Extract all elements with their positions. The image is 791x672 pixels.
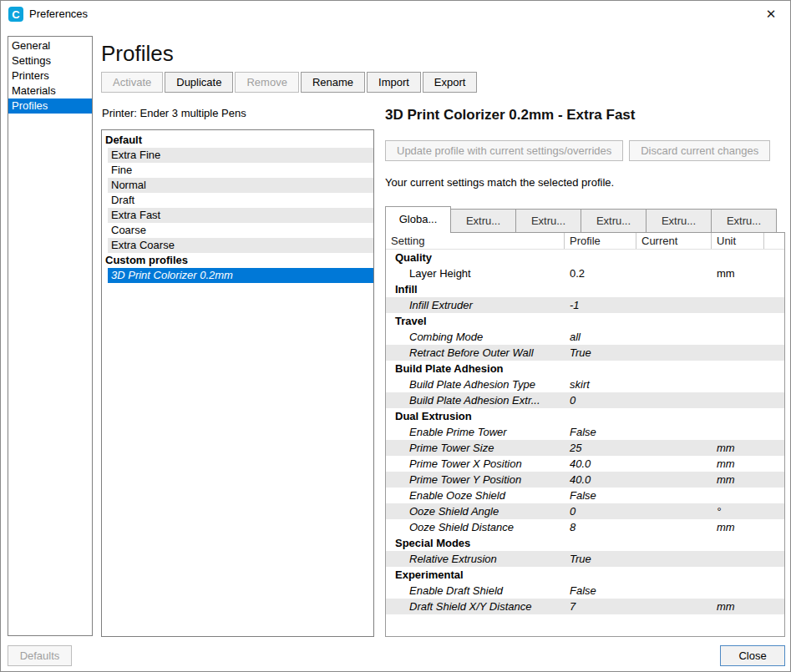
profile-list-item[interactable]: Draft	[108, 193, 373, 208]
setting-name-cell: Retract Before Outer Wall	[386, 345, 565, 361]
settings-row: Retract Before Outer Wall True	[386, 345, 784, 361]
profile-value: 0.2	[570, 267, 585, 280]
column-header-label: Profile	[570, 235, 601, 247]
current-value-cell	[636, 567, 712, 583]
setting-name: Enable Ooze Shield	[409, 489, 505, 502]
settings-row: Infill Extruder -1	[386, 297, 784, 313]
settings-row: Special Modes	[386, 535, 784, 551]
current-value-cell	[636, 297, 712, 313]
profile-value: 40.0	[570, 473, 591, 486]
extruder-tab[interactable]: Extru...	[711, 209, 777, 233]
sidebar-item[interactable]: Materials	[8, 83, 92, 99]
sidebar-item[interactable]: Profiles	[8, 99, 92, 114]
unit-cell	[712, 329, 764, 345]
spacer-cell	[764, 472, 784, 488]
titlebar: C Preferences ✕	[1, 1, 790, 28]
profile-value-cell	[565, 408, 636, 424]
current-value-cell	[636, 345, 712, 361]
profile-value-cell	[565, 313, 636, 329]
setting-name-cell: Build Plate Adhesion Type	[386, 376, 565, 392]
profile-list-item[interactable]: Extra Fast	[108, 208, 373, 223]
profile-list-item[interactable]: Extra Fine	[108, 148, 373, 163]
profile-list-item[interactable]: Custom profiles	[102, 253, 373, 268]
unit-cell	[712, 345, 764, 361]
sidebar-item[interactable]: Settings	[8, 53, 92, 68]
current-value-cell	[636, 456, 712, 472]
toolbar-button[interactable]: Import	[367, 72, 421, 93]
preferences-window: C Preferences ✕ General Settings Printer…	[0, 0, 791, 672]
close-button[interactable]: Close	[720, 645, 785, 666]
profile-list-item[interactable]: Default	[102, 133, 373, 148]
spacer-cell	[764, 424, 784, 440]
unit-cell	[712, 297, 764, 313]
toolbar-button[interactable]: Rename	[301, 72, 365, 93]
extruder-tab-label: Extru...	[727, 215, 761, 227]
extruder-tab-label: Extru...	[531, 215, 565, 227]
profile-value-cell: 0.2	[565, 265, 636, 281]
setting-name: Relative Extrusion	[409, 553, 497, 565]
detail-action-button[interactable]: Update profile with current settings/ove…	[385, 140, 623, 161]
extruder-tab-label: Extru...	[662, 215, 696, 227]
profile-list-item-label: Fine	[111, 164, 132, 176]
profile-value-cell	[565, 250, 636, 265]
profile-list-item-label: Extra Fast	[111, 209, 160, 221]
unit-cell	[712, 488, 764, 503]
setting-name: Special Modes	[395, 537, 470, 549]
setting-name: Infill Extruder	[409, 299, 473, 311]
spacer-cell	[764, 313, 784, 329]
profile-list-item[interactable]: 3D Print Colorizer 0.2mm	[108, 268, 373, 283]
current-value-cell	[636, 535, 712, 551]
profile-value-cell: 40.0	[565, 472, 636, 488]
toolbar-button[interactable]: Export	[423, 72, 478, 93]
unit-value: °	[717, 505, 721, 518]
settings-row: Dual Extrusion	[386, 408, 784, 424]
setting-name-cell: Travel	[386, 313, 565, 329]
extruder-tab[interactable]: Extru...	[515, 209, 581, 233]
sidebar-item[interactable]: General	[8, 38, 92, 53]
settings-table-body: Quality Layer Height 0.2 mm Infill	[386, 250, 784, 614]
extruder-tab[interactable]: Globa...	[385, 206, 451, 233]
unit-value: mm	[717, 600, 735, 613]
profile-detail-title: 3D Print Colorizer 0.2mm - Extra Fast	[385, 107, 635, 124]
profile-list-item-label: Default	[105, 134, 142, 146]
detail-action-button[interactable]: Discard current changes	[629, 140, 770, 161]
profile-list-item-label: Draft	[111, 194, 134, 206]
unit-value: mm	[717, 521, 735, 533]
profile-list-item-label: Coarse	[111, 224, 146, 236]
defaults-button[interactable]: Defaults	[8, 645, 72, 666]
settings-row: Prime Tower Y Position 40.0 mm	[386, 472, 784, 488]
page-title: Profiles	[101, 41, 174, 67]
profile-list-item[interactable]: Fine	[108, 163, 373, 178]
unit-cell	[712, 424, 764, 440]
unit-cell	[712, 583, 764, 599]
setting-name: Travel	[395, 315, 427, 327]
sidebar-item[interactable]: Printers	[8, 68, 92, 83]
extruder-tab[interactable]: Extru...	[581, 209, 646, 233]
current-value-cell	[636, 488, 712, 503]
setting-name: Build Plate Adhesion Type	[409, 378, 535, 391]
profile-value-cell	[565, 535, 636, 551]
profile-value-cell: 0	[565, 503, 636, 519]
profile-list-item[interactable]: Extra Coarse	[108, 238, 373, 253]
toolbar-button[interactable]: Duplicate	[165, 72, 233, 93]
current-value-cell	[636, 281, 712, 297]
extruder-tab[interactable]: Extru...	[646, 209, 712, 233]
profile-value-cell: True	[565, 551, 636, 567]
extruder-tab[interactable]: Extru...	[450, 209, 516, 233]
profile-value-cell: 40.0	[565, 456, 636, 472]
cura-logo-letter: C	[12, 8, 19, 21]
settings-row: Relative Extrusion True	[386, 551, 784, 567]
current-value-cell	[636, 329, 712, 345]
profile-value-cell: all	[565, 329, 636, 345]
setting-name-cell: Quality	[386, 250, 565, 265]
extruder-tabs: Globa... Extru... Extru... Extru... Extr…	[385, 206, 776, 233]
settings-row: Combing Mode all	[386, 329, 784, 345]
toolbar-button[interactable]: Remove	[235, 72, 298, 93]
profile-value: False	[570, 489, 596, 502]
close-icon[interactable]: ✕	[762, 5, 780, 23]
current-value-cell	[636, 313, 712, 329]
profile-list-item[interactable]: Coarse	[108, 223, 373, 238]
toolbar-button[interactable]: Activate	[101, 72, 163, 93]
setting-name-cell: Dual Extrusion	[386, 408, 565, 424]
profile-list-item[interactable]: Normal	[108, 178, 373, 193]
